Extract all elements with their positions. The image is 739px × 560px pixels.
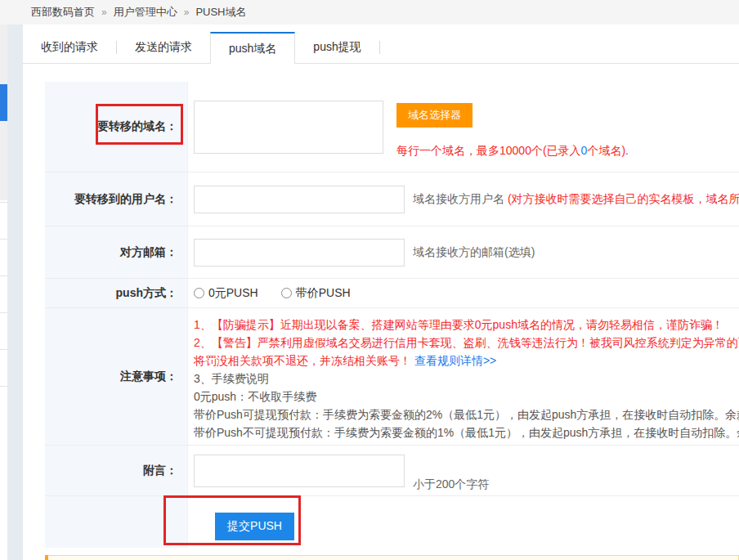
note-warning-continued: 将罚没相关款项不退还，并冻结相关账号！ 查看规则详情>> [194,352,739,370]
note-anti-fraud: 1、【防骗提示】近期出现以备案、搭建网站等理由要求0元push域名的情况，请勿轻… [194,316,739,334]
submit-label-spacer [45,496,188,548]
sidebar-divider-strip [7,25,23,560]
radio-circle-icon [281,288,292,298]
note-fee-withdrawable: 带价Push可提现预付款：手续费为索要金额的2%（最低1元），由发起push方承… [194,405,739,423]
breadcrumb-current: PUSH域名 [195,5,246,20]
username-hint: 域名接收方用户名 (对方接收时需要选择自己的实名模板，域名所有者会变 [413,192,739,207]
note-warning: 2、【警告】严禁利用虚假域名交易进行信用卡套现、盗刷、洗钱等违法行为！被我司风控… [194,334,739,352]
form-row-username: 要转移到的用户名： 域名接收方用户名 (对方接收时需要选择自己的实名模板，域名所… [45,172,739,226]
form-row-push-type: push方式： 0元PUSH 带价PUSH [45,278,739,307]
radio-zero-yuan-push[interactable]: 0元PUSH [194,286,258,301]
tab-sent-requests[interactable]: 发送的请求 [117,32,210,63]
domain-selector-button[interactable]: 域名选择器 [396,103,473,128]
sidebar-sliver-active-segment [0,84,7,121]
memo-hint: 小于200个字符 [413,477,489,492]
username-input[interactable] [194,186,405,213]
memo-input[interactable] [194,455,405,487]
radio-circle-icon [194,288,204,298]
form-row-email: 对方邮箱： 域名接收方的邮箱(选填) [45,226,739,278]
breadcrumb-separator: » [101,7,107,18]
bottom-notice-bar-partial [45,555,739,560]
sidebar-sliver-segment [0,121,7,200]
tab-bar: 收到的请求 发送的请求 push域名 push提现 [23,33,739,64]
email-label: 对方邮箱： [45,226,188,278]
notice-corner-icon [45,555,48,560]
view-rules-link[interactable]: 查看规则详情>> [414,354,496,367]
tab-divider [379,41,380,54]
note-fee-zero: 0元push：不收取手续费 [194,388,739,405]
username-label: 要转移到的用户名： [45,172,188,226]
push-domain-page: 西部数码首页 » 用户管理中心 » PUSH域名 收到的请求 发送的请求 pus… [0,0,739,560]
note-fee-nonwithdrawable: 带价Push不可提现预付款：手续费为索要金额的1%（最低1元），由发起push方… [194,423,739,441]
breadcrumb-home[interactable]: 西部数码首页 [31,5,95,20]
note-fee-title: 3、手续费说明 [194,370,739,388]
form-row-submit: 提交PUSH [45,495,739,548]
sidebar-sliver-segment [0,25,7,84]
tab-push-domain[interactable]: push域名 [210,32,295,64]
breadcrumb: 西部数码首页 » 用户管理中心 » PUSH域名 [0,0,739,25]
email-hint: 域名接收方的邮箱(选填) [413,245,535,260]
domains-textarea[interactable] [194,101,383,154]
form-row-memo: 附言： 小于200个字符 [45,445,739,495]
push-type-label: push方式： [45,279,188,307]
submit-push-button[interactable]: 提交PUSH [215,513,294,540]
breadcrumb-separator: » [184,7,190,18]
collapsed-sidebar-sliver [0,25,7,560]
notes-label: 注意事项： [45,308,188,445]
tab-received-requests[interactable]: 收到的请求 [23,32,116,63]
email-input[interactable] [194,239,405,267]
radio-priced-push[interactable]: 带价PUSH [281,286,351,301]
domains-hint: 每行一个域名，最多10000个(已录入0个域名). [396,144,629,159]
form-row-notes: 注意事项： 1、【防骗提示】近期出现以备案、搭建网站等理由要求0元push域名的… [45,307,739,445]
form-row-domains: 要转移的域名： 域名选择器 每行一个域名，最多10000个(已录入0个域名). [45,82,739,172]
domains-label: 要转移的域名： [45,82,188,172]
push-form: 要转移的域名： 域名选择器 每行一个域名，最多10000个(已录入0个域名). [45,82,739,548]
breadcrumb-user-center[interactable]: 用户管理中心 [114,5,177,20]
memo-label: 附言： [45,446,188,495]
tab-push-withdraw[interactable]: push提现 [295,32,378,63]
